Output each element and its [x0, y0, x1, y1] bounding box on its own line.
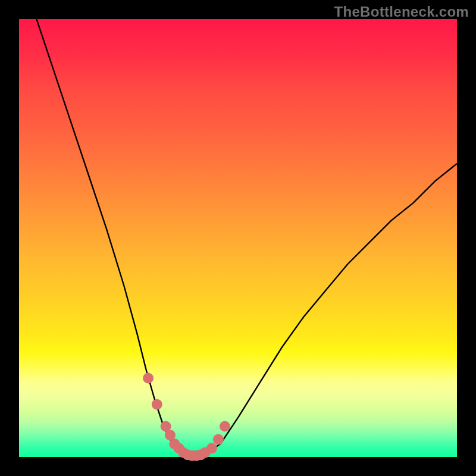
- highlight-dot: [206, 443, 217, 453]
- chart-plot-area: [19, 19, 457, 457]
- highlight-dot: [152, 399, 162, 410]
- watermark-text: TheBottleneck.com: [334, 4, 469, 20]
- highlight-dots: [143, 373, 230, 461]
- highlight-dot: [213, 434, 224, 445]
- highlight-dot: [220, 421, 230, 432]
- bottleneck-curve: [36, 19, 457, 457]
- highlight-dot: [143, 373, 154, 384]
- chart-svg: [19, 19, 457, 457]
